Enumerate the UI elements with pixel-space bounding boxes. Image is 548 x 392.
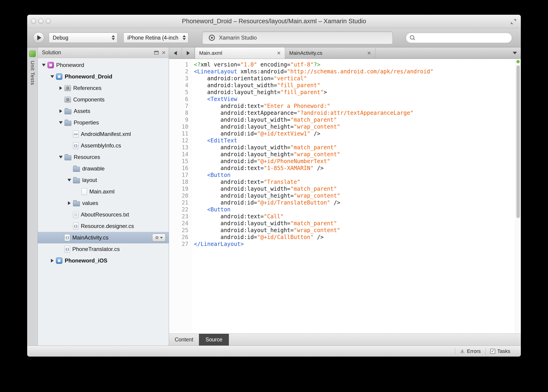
code-line: android:text="Enter a Phoneword:": [194, 103, 514, 110]
code-token: <Button: [207, 206, 231, 213]
expand-icon[interactable]: [57, 109, 65, 113]
code-lines[interactable]: <?xml version="1.0" encoding="utf-8"?><L…: [192, 59, 521, 334]
zoom-window-button[interactable]: [46, 19, 51, 24]
search-input[interactable]: [418, 35, 512, 41]
line-number: 14: [169, 151, 188, 158]
tab-main-axml[interactable]: Main.axml×: [195, 47, 285, 59]
tree-item-main-axml[interactable]: Main.axml: [38, 186, 169, 197]
close-pad-icon[interactable]: ×: [162, 49, 166, 56]
main-content: Unit Tests Solution × PhonewordPhoneword…: [27, 47, 521, 345]
solution-pad: Solution × PhonewordPhoneword_Droid⚙Refe…: [38, 47, 169, 345]
code-token: />: [314, 165, 324, 171]
tree-item-aboutresources-txt[interactable]: AboutResources.txt: [38, 209, 169, 220]
tree-item-resources[interactable]: Resources: [38, 151, 169, 163]
status-target-icon: [209, 35, 215, 41]
collapse-icon[interactable]: [57, 121, 65, 124]
code-token: "wrap_content": [294, 151, 340, 158]
line-number: 17: [169, 172, 188, 179]
code-editor[interactable]: 1234567891011121314151617181920212223242…: [169, 59, 521, 334]
expand-icon[interactable]: [49, 259, 56, 262]
collapse-icon[interactable]: [66, 179, 73, 182]
line-number: 22: [169, 206, 188, 213]
code-token: android:layout_height=: [194, 193, 294, 199]
code-line: android:layout_height="wrap_content": [194, 192, 514, 199]
run-button[interactable]: [33, 32, 44, 43]
project-ios-icon: [56, 257, 62, 264]
folder-icon: [65, 121, 71, 126]
tree-item-assemblyinfo-cs[interactable]: {}AssemblyInfo.cs: [38, 140, 169, 151]
tree-item-assets[interactable]: Assets: [38, 105, 169, 117]
close-tab-icon[interactable]: ×: [277, 50, 281, 56]
tab-mainactivity-cs[interactable]: MainActivity.cs×: [285, 47, 375, 59]
close-tab-icon[interactable]: ×: [367, 50, 371, 56]
tree-item-label: AboutResources.txt: [81, 211, 129, 218]
line-number-gutter: 1234567891011121314151617181920212223242…: [169, 59, 192, 334]
solution-pad-title: Solution: [38, 49, 154, 56]
code-token: android:id=: [194, 158, 257, 164]
icon-glyph: {}: [74, 144, 78, 147]
view-tab-content[interactable]: Content: [169, 334, 199, 345]
line-number: 20: [169, 192, 188, 199]
navigate-forward-button[interactable]: [182, 47, 195, 59]
line-number: 7: [169, 103, 188, 110]
fullscreen-icon[interactable]: [511, 19, 516, 24]
code-line: android:layout_width="match_parent": [194, 220, 514, 227]
editor-scrollbar[interactable]: [515, 59, 521, 334]
tree-item-phonetranslator-cs[interactable]: {}PhoneTranslator.cs: [38, 243, 169, 255]
view-tab-source[interactable]: Source: [199, 334, 229, 345]
tree-item-label: Resources: [74, 154, 100, 160]
tree-item-layout[interactable]: layout: [38, 174, 169, 186]
titlebar: Phoneword_Droid – Resources/layout/Main.…: [27, 15, 521, 28]
code-line: android:orientation="vertical": [194, 75, 514, 82]
code-token: android:layout_height=: [194, 227, 294, 233]
editor-view-switcher: ContentSource: [169, 334, 521, 345]
line-number: 8: [169, 110, 188, 116]
code-token: android:layout_height=: [194, 124, 294, 130]
search-box[interactable]: [406, 32, 512, 43]
code-line: android:text="Translate": [194, 179, 514, 185]
code-token: "wrap_content": [294, 193, 340, 199]
code-token: "@+id/TranslateButton": [257, 199, 330, 206]
errors-label: Errors: [467, 348, 481, 354]
file-icon: [81, 188, 87, 195]
tree-item-phoneword-droid[interactable]: Phoneword_Droid: [38, 71, 169, 82]
expand-icon[interactable]: [57, 86, 65, 90]
tree-item-drawable[interactable]: drawable: [38, 163, 169, 174]
tree-item-references[interactable]: ⚙References: [38, 82, 169, 94]
navigate-back-button[interactable]: [169, 47, 182, 59]
tab-list-button[interactable]: [509, 47, 521, 59]
tree-item-components[interactable]: ⚙Components: [38, 94, 169, 105]
device-dropdown[interactable]: iPhone Retina (4-inch: [123, 32, 188, 43]
code-line: android:textAppearance="?android:attr/te…: [194, 110, 514, 116]
configuration-dropdown[interactable]: Debug: [49, 32, 117, 43]
tree-item-androidmanifest-xml[interactable]: <>AndroidManifest.xml: [38, 128, 169, 140]
item-options-button[interactable]: ⚙: [152, 234, 166, 242]
tree-item-resource-designer-cs[interactable]: {}Resource.designer.cs: [38, 220, 169, 232]
minimize-window-button[interactable]: [38, 19, 43, 24]
collapse-icon[interactable]: [49, 75, 56, 78]
search-icon: [410, 35, 415, 41]
expand-icon[interactable]: [66, 201, 73, 205]
tree-item-mainactivity-cs[interactable]: {}MainActivity.cs⚙: [38, 232, 169, 243]
tree-item-phoneword[interactable]: Phoneword: [38, 59, 169, 71]
file-cs-icon: {}: [65, 234, 70, 241]
tree-item-values[interactable]: values: [38, 197, 169, 209]
code-line: android:text="1-855-XAMARIN" />: [194, 165, 514, 172]
tree-item-phoneword-ios[interactable]: Phoneword_iOS: [38, 255, 169, 266]
icon-glyph: <>: [74, 132, 78, 136]
code-token: "utf-8": [290, 61, 314, 68]
dock-pad-icon[interactable]: [154, 51, 159, 55]
icon-glyph: {}: [65, 247, 69, 251]
icon-glyph: ⚙: [66, 86, 70, 90]
tasks-button[interactable]: ✓ Tasks: [486, 346, 515, 357]
errors-button[interactable]: Errors: [455, 346, 485, 357]
line-number: 21: [169, 199, 188, 206]
scrollbar-thumb[interactable]: [516, 65, 520, 218]
line-number: 13: [169, 144, 188, 151]
unit-tests-dock-strip[interactable]: Unit Tests: [27, 47, 38, 345]
collapse-icon[interactable]: [57, 156, 65, 159]
close-window-button[interactable]: [31, 19, 36, 24]
code-token: "match_parent": [290, 220, 337, 227]
collapse-icon[interactable]: [40, 64, 47, 66]
tree-item-properties[interactable]: Properties: [38, 117, 169, 128]
